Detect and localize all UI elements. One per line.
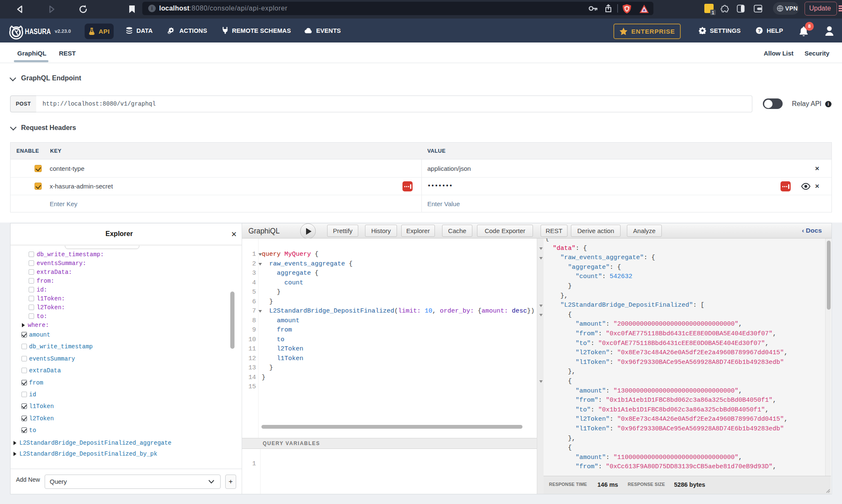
svg-text:?: ?	[758, 28, 761, 33]
svg-text:1: 1	[712, 11, 714, 15]
